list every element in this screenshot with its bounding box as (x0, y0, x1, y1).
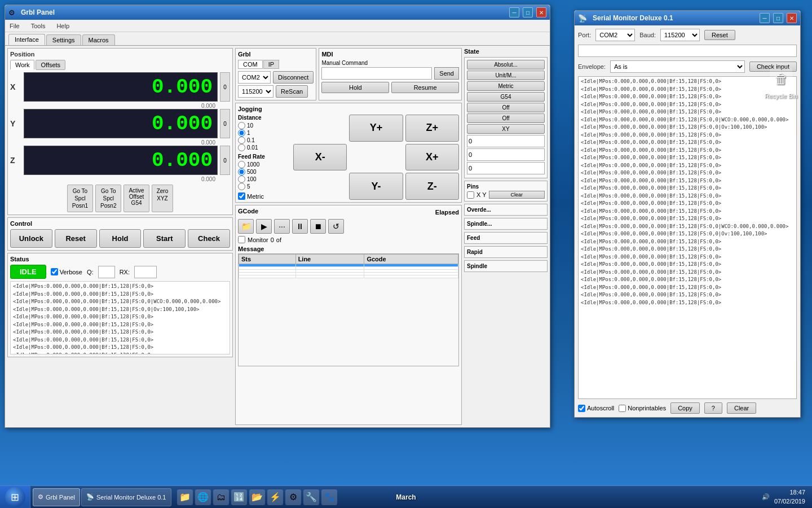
autoscroll-label[interactable]: Autoscroll (578, 405, 614, 412)
coord-input-1[interactable] (467, 135, 545, 147)
sm-input-field[interactable] (578, 45, 797, 57)
dist-001-radio[interactable] (238, 144, 245, 151)
gcode-pause-button[interactable]: ⏸ (292, 219, 308, 234)
mdi-input[interactable] (321, 67, 432, 80)
x-zero-button[interactable]: 0 (220, 72, 230, 102)
pins-checkbox[interactable] (467, 191, 474, 199)
mdi-resume-button[interactable]: Resume (391, 82, 459, 93)
recycle-bin-icon[interactable]: 🗑 Recycle Bin (761, 68, 801, 99)
start-button[interactable]: ⊞ (0, 486, 30, 509)
rescan-button[interactable]: ReScan (276, 85, 308, 98)
dist-10-radio[interactable] (238, 122, 245, 129)
pinned-app2[interactable]: 🐾 (321, 489, 337, 505)
xy-button[interactable]: XY (467, 124, 545, 134)
coord-input-2[interactable] (467, 148, 545, 161)
jog-y-plus-button[interactable]: Y+ (349, 115, 403, 142)
taskbar-grbl-panel[interactable]: ⚙ Grbl Panel (33, 488, 80, 506)
grbl-minimize-button[interactable]: ─ (509, 7, 519, 17)
gcode-play-button[interactable]: ▶ (256, 219, 272, 234)
g54-button[interactable]: G54 (467, 92, 545, 102)
metric-checkbox[interactable] (238, 192, 245, 200)
rx-input[interactable] (134, 266, 157, 278)
verbose-checkbox[interactable] (51, 268, 58, 275)
jog-x-minus-button[interactable]: X- (293, 144, 347, 171)
menu-file[interactable]: File (7, 21, 22, 30)
goto-posn1-button[interactable]: Go ToSpclPosn1 (67, 185, 93, 212)
nonprintables-label[interactable]: Nonprintables (619, 405, 666, 412)
metric-state-button[interactable]: Metric (467, 81, 545, 91)
subtab-work[interactable]: Work (10, 60, 34, 70)
hold-button[interactable]: Hold (99, 229, 142, 248)
gcode-rewind-button[interactable]: ↺ (328, 219, 344, 234)
pinned-app[interactable]: 🔧 (303, 489, 319, 505)
off-1-button[interactable]: Off (467, 103, 545, 112)
z-zero-button[interactable]: 0 (220, 146, 230, 175)
off-2-button[interactable]: Off (467, 113, 545, 123)
grbl-close-button[interactable]: ✕ (536, 7, 546, 17)
check-button[interactable]: Check (188, 229, 230, 248)
menu-help[interactable]: Help (54, 21, 72, 30)
autoscroll-checkbox[interactable] (578, 405, 585, 412)
pinned-calc[interactable]: 🔢 (231, 489, 247, 505)
table-row[interactable] (239, 275, 458, 278)
monitor-checkbox[interactable] (238, 236, 245, 243)
conn-tab-ip[interactable]: IP (263, 60, 279, 69)
dist-01-radio[interactable] (238, 137, 245, 144)
gcode-open-button[interactable]: 📁 (238, 219, 254, 234)
sm-help-button[interactable]: ? (704, 402, 722, 414)
feed-500-radio[interactable] (238, 168, 245, 176)
unit-button[interactable]: Unit/M... (467, 71, 545, 80)
sm-maximize-button[interactable]: □ (773, 13, 783, 23)
grbl-maximize-button[interactable]: □ (523, 7, 533, 17)
sm-clear-button[interactable]: Clear (727, 402, 756, 414)
mdi-hold-button[interactable]: Hold (321, 82, 389, 93)
goto-posn2-button[interactable]: Go ToSpclPosn2 (95, 185, 121, 212)
jog-z-minus-button[interactable]: Z- (405, 173, 459, 200)
zero-xyz-button[interactable]: ZeroXYZ (152, 185, 174, 212)
taskbar-serial-monitor[interactable]: 📡 Serial Monitor Deluxe 0.1 (81, 488, 171, 506)
menu-tools[interactable]: Tools (29, 21, 48, 30)
abs-button[interactable]: Absolut... (467, 60, 545, 69)
coord-input-3[interactable] (467, 162, 545, 174)
sm-close-button[interactable]: ✕ (787, 13, 797, 23)
tab-interface[interactable]: Interface (8, 34, 45, 45)
pinned-chrome[interactable]: 🌐 (195, 489, 211, 505)
conn-tab-com[interactable]: COM (238, 60, 263, 69)
start-orb[interactable]: ⊞ (5, 487, 25, 507)
pinned-explorer[interactable]: 📁 (177, 489, 193, 505)
feed-5-radio[interactable] (238, 183, 245, 190)
reset-button[interactable]: Reset (55, 229, 97, 248)
sm-reset-button[interactable]: Reset (704, 30, 735, 40)
jog-x-plus-button[interactable]: X+ (405, 144, 459, 171)
clear-pins-button[interactable]: Clear (489, 191, 545, 199)
feed-1000-radio[interactable] (238, 161, 245, 168)
dist-1-radio[interactable] (238, 129, 245, 137)
nonprintables-checkbox[interactable] (619, 405, 626, 412)
q-input[interactable] (98, 266, 115, 278)
pinned-folder[interactable]: 🗂 (213, 489, 229, 505)
y-zero-button[interactable]: 0 (220, 109, 230, 138)
com-port-select[interactable]: COM2 (238, 71, 271, 84)
baud-rate-select[interactable]: 115200 (238, 85, 273, 98)
tab-settings[interactable]: Settings (46, 34, 81, 45)
pinned-arduino[interactable]: ⚡ (267, 489, 283, 505)
feed-100-radio[interactable] (238, 176, 245, 183)
jog-z-plus-button[interactable]: Z+ (405, 115, 459, 142)
sm-envelope-select[interactable]: As is (610, 60, 745, 73)
verbose-checkbox-label[interactable]: Verbose (51, 268, 82, 275)
sm-minimize-button[interactable]: ─ (760, 13, 770, 23)
speaker-icon[interactable]: 🔊 (762, 493, 770, 501)
subtab-offsets[interactable]: Offsets (36, 60, 65, 70)
jog-y-minus-button[interactable]: Y- (349, 173, 403, 200)
sm-baud-select[interactable]: 115200 (660, 29, 700, 41)
send-button[interactable]: Send (434, 67, 459, 80)
gcode-dots-button[interactable]: ··· (274, 219, 290, 234)
sm-copy-button[interactable]: Copy (670, 402, 700, 414)
pinned-grbl[interactable]: ⚙ (285, 489, 301, 505)
unlock-button[interactable]: Unlock (10, 229, 52, 248)
start-button[interactable]: Start (143, 229, 186, 248)
disconnect-button[interactable]: Disconnect (273, 71, 314, 84)
pinned-folder2[interactable]: 📂 (249, 489, 265, 505)
tab-macros[interactable]: Macros (82, 34, 115, 45)
sm-port-select[interactable]: COM2 (595, 29, 635, 41)
